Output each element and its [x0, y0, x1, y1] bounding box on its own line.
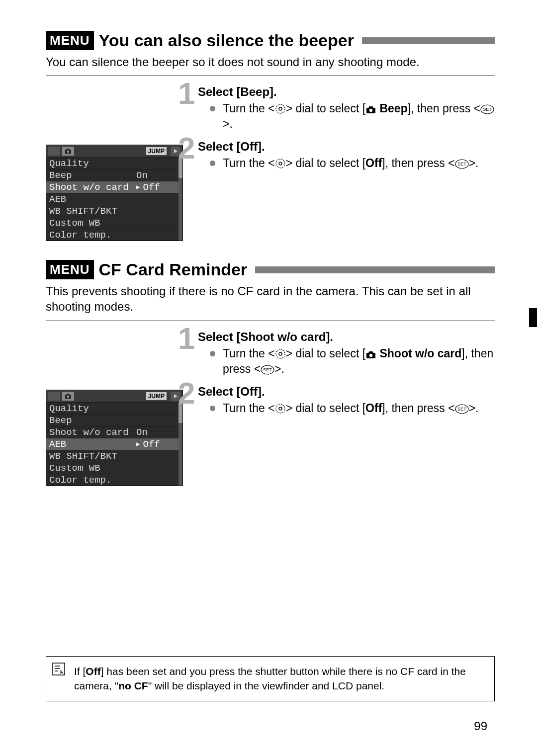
- menu-badge: MENU: [46, 31, 94, 50]
- text: ], then press <: [408, 102, 480, 115]
- menu-row: WB SHIFT/BKT: [46, 205, 182, 217]
- menu-scrollbar: [179, 402, 182, 486]
- menu-row-label: Shoot w/o card: [49, 426, 129, 438]
- jump-badge: JUMP: [146, 147, 167, 155]
- text-bold: Off: [86, 666, 100, 677]
- menu-row-label: Custom WB: [49, 217, 100, 229]
- note-box: If [Off] has been set and you press the …: [46, 656, 495, 701]
- svg-text:SET: SET: [483, 107, 492, 112]
- section-title: You can also silence the beeper: [99, 31, 354, 50]
- text: Turn the <: [223, 102, 275, 115]
- text: ], then press <: [382, 157, 454, 169]
- menu-row-label: AEB: [49, 193, 66, 205]
- menu-scrollbar: [179, 157, 182, 241]
- step-1: 1 Select [Shoot w/o card]. Turn the <> d…: [195, 330, 495, 377]
- menu-row: Custom WB: [46, 462, 182, 474]
- text: >.: [274, 362, 284, 375]
- step-body: Turn the <> dial to select [Off], then p…: [210, 156, 495, 171]
- svg-point-17: [279, 407, 282, 410]
- menu-row-label: Beep: [49, 415, 72, 426]
- menu-row-label: Beep: [49, 169, 72, 181]
- text: Turn the <: [223, 157, 275, 169]
- menu-row-label: Color temp.: [49, 229, 111, 241]
- text-bold: Shoot w/o card: [379, 347, 461, 360]
- svg-text:SET: SET: [457, 407, 466, 412]
- menu-row: Color temp.: [46, 474, 182, 486]
- section2-block: JUMP Quality Beep Shoot w/o card OnAEB ▸…: [46, 330, 495, 486]
- text-bold: Beep: [379, 102, 407, 115]
- set-icon: SET: [455, 404, 469, 414]
- set-icon: SET: [261, 365, 274, 375]
- section-heading-beeper: MENU You can also silence the beeper: [46, 31, 495, 50]
- svg-point-3: [369, 109, 372, 112]
- camera-icon: [365, 105, 376, 114]
- svg-point-7: [279, 162, 282, 165]
- heading-bar: [255, 266, 495, 273]
- dial-icon: [275, 403, 286, 414]
- step-2: 2 Select [Off]. Turn the <> dial to sele…: [195, 385, 495, 416]
- svg-point-11: [276, 349, 285, 358]
- menu-row: Shoot w/o card ▸Off: [46, 181, 182, 193]
- text-bold: no CF: [118, 680, 148, 691]
- dial-icon: [275, 103, 286, 114]
- text: >.: [469, 402, 479, 415]
- menu-row-value: Off: [143, 181, 160, 193]
- step-number: 2: [178, 133, 195, 164]
- text: >.: [469, 157, 479, 169]
- svg-point-16: [276, 404, 285, 413]
- tab-slot: [48, 392, 60, 401]
- svg-text:SET: SET: [457, 162, 466, 167]
- menu-row-label: Shoot w/o card: [49, 181, 129, 193]
- menu-row-label: WB SHIFT/BKT: [49, 450, 117, 462]
- menu-row: Shoot w/o card On: [46, 426, 182, 438]
- menu-row-value: On: [136, 426, 148, 438]
- dial-icon: [275, 158, 286, 169]
- section-intro: This prevents shooting if there is no CF…: [46, 283, 495, 314]
- camera-tab-icon: [62, 392, 74, 401]
- arrow-icon: ▸: [135, 438, 141, 450]
- section-title: CF Card Reminder: [99, 260, 248, 279]
- tab-slot: [48, 147, 60, 156]
- text-bold: Off: [365, 402, 382, 415]
- section1-block: JUMP Quality Beep OnShoot w/o card ▸OffA…: [46, 85, 495, 241]
- menu-row: WB SHIFT/BKT: [46, 450, 182, 462]
- menu-row-label: Color temp.: [49, 474, 111, 486]
- page-number: 99: [474, 719, 487, 733]
- step-number: 2: [178, 378, 195, 409]
- jump-badge: JUMP: [146, 392, 167, 400]
- menu-row-label: Custom WB: [49, 462, 100, 474]
- menu-row: Quality: [46, 157, 182, 169]
- text: > dial to select [: [286, 102, 365, 115]
- menu-row-label: WB SHIFT/BKT: [49, 205, 117, 217]
- text: > dial to select [: [286, 157, 365, 169]
- svg-point-0: [67, 151, 70, 153]
- divider: [46, 321, 495, 321]
- text: >.: [223, 117, 233, 130]
- step-body: Turn the <> dial to select [ Shoot w/o c…: [210, 346, 495, 377]
- step-title: Select [Shoot w/o card].: [198, 330, 495, 344]
- text: > dial to select [: [286, 347, 365, 360]
- text: ], then press <: [382, 402, 454, 415]
- menu-row-label: Quality: [49, 403, 89, 414]
- menu-row-label: AEB: [49, 438, 66, 450]
- step-title: Select [Off].: [198, 385, 495, 399]
- camera-menu-1: JUMP Quality Beep OnShoot w/o card ▸OffA…: [46, 145, 183, 241]
- heading-bar: [362, 37, 495, 44]
- svg-point-12: [279, 352, 282, 355]
- divider: [46, 76, 495, 76]
- menu-row-value: On: [136, 169, 148, 181]
- menu-row: AEB: [46, 193, 182, 205]
- menu-row: Beep On: [46, 169, 182, 181]
- step-body: Turn the <> dial to select [Off], then p…: [210, 401, 495, 416]
- edge-tab: [529, 308, 537, 327]
- svg-point-1: [276, 104, 285, 113]
- menu-row: Beep: [46, 414, 182, 426]
- text: Turn the <: [223, 347, 275, 360]
- svg-point-6: [276, 159, 285, 168]
- set-icon: SET: [480, 104, 494, 114]
- step-title: Select [Beep].: [198, 85, 495, 99]
- section-intro: You can silence the beeper so it does no…: [46, 54, 495, 70]
- menu-row-label: Quality: [49, 158, 89, 169]
- note-icon: [51, 662, 66, 676]
- step-number: 1: [178, 323, 195, 354]
